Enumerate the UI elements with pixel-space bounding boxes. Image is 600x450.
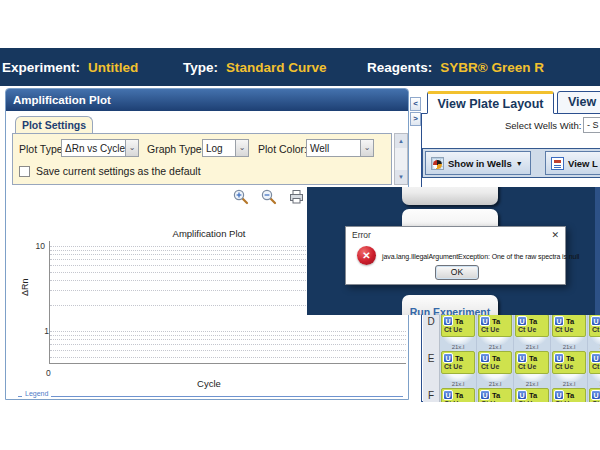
unknown-task-u-icon: U xyxy=(517,316,527,326)
plot-type-label: Plot Type: xyxy=(19,143,66,155)
zoom-out-icon[interactable] xyxy=(260,188,277,205)
error-dialog: Error java.lang.IllegalArgumentException… xyxy=(345,226,566,285)
x-axis-label: Cycle xyxy=(49,378,369,389)
tab-view-well-table[interactable]: View xyxy=(557,91,600,114)
run-experiment-label: Run Experiment xyxy=(392,306,508,315)
legend-label: Legend xyxy=(22,390,51,397)
run-experiment-button[interactable]: Run Experiment xyxy=(402,295,498,315)
unknown-task-u-icon: U xyxy=(554,316,564,326)
y-tick-1: 1 xyxy=(23,326,49,336)
plot-color-label: Plot Color: xyxy=(258,143,307,155)
tab-plot-settings[interactable]: Plot Settings xyxy=(15,116,93,134)
row-label: E xyxy=(423,344,440,381)
unknown-task-u-icon: U xyxy=(480,316,490,326)
graph-type-label: Graph Type: xyxy=(147,143,205,155)
table-icon xyxy=(551,157,564,170)
app-window: Experiment: Untitled Type: Standard Curv… xyxy=(0,0,600,450)
panel-title: Amplification Plot xyxy=(6,89,408,111)
experiment-value: Untitled xyxy=(88,60,138,75)
well-cell[interactable]: 21x.lUTaCt Ue xyxy=(440,381,477,402)
well-cell[interactable]: 21x.lUTaCt Ue xyxy=(588,381,600,402)
legend-groupbox xyxy=(18,396,403,397)
expand-right-button[interactable]: > xyxy=(410,112,421,126)
graph-type-dropdown[interactable]: Log xyxy=(202,139,249,157)
well-plate-icon xyxy=(431,157,444,170)
save-default-label: Save current settings as the default xyxy=(36,165,201,177)
unknown-task-u-icon: U xyxy=(517,353,527,363)
select-wells-dropdown[interactable]: - S xyxy=(583,117,600,133)
unknown-task-u-icon: U xyxy=(554,353,564,363)
well-cell[interactable]: 21x.lUTaCt Ue xyxy=(551,381,588,402)
x-tick-0: 0 xyxy=(46,368,51,378)
unknown-task-u-icon: U xyxy=(591,353,600,363)
select-wells-label: Select Wells With: xyxy=(505,120,581,131)
well-cell[interactable]: 21x.lUTaCt Ue xyxy=(551,344,588,381)
well-cell[interactable]: 21x.lUTaCt Ue xyxy=(514,381,551,402)
error-message: java.lang.IllegalArgumentException: One … xyxy=(382,253,564,260)
y-tick-10: 10 xyxy=(19,241,45,251)
row-label: F xyxy=(423,381,440,402)
plot-settings-scrollbar[interactable] xyxy=(394,133,408,185)
well-cell[interactable]: 21x.lUTaCt Ue xyxy=(588,344,600,381)
reagents-field: Reagents: SYBR® Green R xyxy=(367,48,544,86)
unknown-task-u-icon: U xyxy=(591,316,600,326)
reagents-label: Reagents: xyxy=(367,60,432,75)
error-x-icon xyxy=(357,246,376,265)
type-value: Standard Curve xyxy=(226,60,327,75)
chevron-down-icon: ▼ xyxy=(516,160,523,167)
chevron-down-icon[interactable] xyxy=(360,140,373,156)
menu-button-top[interactable] xyxy=(402,187,498,205)
unknown-task-u-icon: U xyxy=(480,353,490,363)
save-default-checkbox[interactable] xyxy=(19,166,30,177)
unknown-task-u-icon: U xyxy=(443,390,453,400)
unknown-task-u-icon: U xyxy=(554,390,564,400)
well-cell[interactable]: 21x.lUTaCt Ue xyxy=(477,381,514,402)
plate-row: E21x.lUTaCt Ue21x.lUTaCt Ue21x.lUTaCt Ue… xyxy=(423,344,600,381)
unknown-task-u-icon: U xyxy=(517,390,527,400)
plot-color-dropdown[interactable]: Well xyxy=(306,139,374,157)
print-icon[interactable] xyxy=(288,188,305,205)
well-cell[interactable]: 21x.lUTaCt Ue xyxy=(514,344,551,381)
chevron-down-icon[interactable] xyxy=(125,140,138,156)
unknown-task-u-icon: U xyxy=(591,390,600,400)
show-in-wells-button[interactable]: Show in Wells ▼ xyxy=(425,151,531,175)
unknown-task-u-icon: U xyxy=(443,316,453,326)
experiment-type-field: Type: Standard Curve xyxy=(183,48,327,86)
unknown-task-u-icon: U xyxy=(480,390,490,400)
reagents-value: SYBR® Green R xyxy=(440,60,544,75)
collapse-left-button[interactable]: < xyxy=(410,97,421,111)
experiment-info-bar: Experiment: Untitled Type: Standard Curv… xyxy=(0,48,600,86)
ok-button[interactable]: OK xyxy=(435,265,479,280)
well-cell[interactable]: 21x.lUTaCt Ue xyxy=(477,344,514,381)
plot-settings-body: Plot Type: ΔRn vs Cycle Graph Type: Log … xyxy=(12,133,392,185)
experiment-label: Experiment: xyxy=(2,60,80,75)
scroll-down-icon[interactable] xyxy=(395,170,407,184)
chevron-down-icon[interactable] xyxy=(235,140,248,156)
unknown-task-u-icon: U xyxy=(443,353,453,363)
y-axis-label: ΔRn xyxy=(20,278,30,296)
close-icon[interactable] xyxy=(551,228,559,240)
plot-type-dropdown[interactable]: ΔRn vs Cycle xyxy=(61,139,139,157)
plate-grid: D21x.lUTaCt Ue21x.lUTaCt Ue21x.lUTaCt Ue… xyxy=(423,307,600,402)
experiment-name-field: Experiment: Untitled xyxy=(2,48,138,86)
type-label: Type: xyxy=(183,60,218,75)
plate-toolbar: Show in Wells ▼ View L xyxy=(422,148,600,178)
zoom-in-icon[interactable] xyxy=(232,188,249,205)
view-legend-button[interactable]: View L xyxy=(545,151,600,175)
dialog-title: Error xyxy=(352,230,371,240)
chart-toolbar xyxy=(232,188,305,205)
well-cell[interactable]: 21x.lUTaCt Ue xyxy=(440,344,477,381)
scroll-up-icon[interactable] xyxy=(395,134,407,148)
tab-view-plate-layout[interactable]: View Plate Layout xyxy=(427,91,554,114)
plate-row: F21x.lUTaCt Ue21x.lUTaCt Ue21x.lUTaCt Ue… xyxy=(423,381,600,402)
